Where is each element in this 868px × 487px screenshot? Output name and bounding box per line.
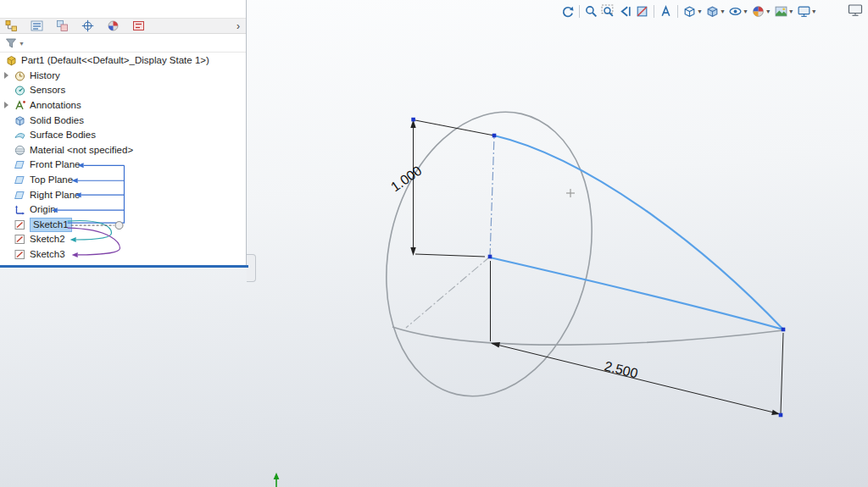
dimxpertmanager-tab[interactable]: [81, 19, 95, 33]
panel-tab-bar: ›: [0, 18, 246, 34]
twisty-spacer: [3, 191, 10, 199]
rotate-view-button[interactable]: [559, 3, 576, 20]
tree-item-sketch1[interactable]: Sketch1: [0, 218, 246, 233]
tree-item-label: History: [30, 69, 60, 82]
dim2-arrow-right: [771, 410, 780, 415]
twisty-spacer: [3, 147, 10, 154]
panel-collapse-handle[interactable]: [247, 254, 256, 282]
twisty-spacer: [3, 251, 10, 258]
dimxpertmanager-tab-icon: [81, 19, 94, 32]
tree-item-history[interactable]: History: [0, 69, 246, 84]
part-icon: [5, 54, 18, 67]
dropdown-caret[interactable]: ▼: [811, 8, 817, 14]
tree-item-solid-bodies[interactable]: Solid Bodies: [0, 113, 246, 128]
edit-appearance-button[interactable]: ▼: [750, 3, 772, 20]
tree-item-origin[interactable]: Origin: [0, 202, 246, 218]
vertical-centerline[interactable]: [490, 136, 494, 257]
propertymanager-tab[interactable]: [30, 19, 44, 33]
dropdown-caret[interactable]: ▼: [720, 8, 726, 14]
zoom-to-fit-button[interactable]: [583, 3, 599, 20]
section-view-icon: [635, 4, 649, 19]
tree-item-top-plane[interactable]: Top Plane: [0, 173, 246, 188]
tab-overflow-arrow[interactable]: ›: [236, 21, 240, 31]
section-view-button[interactable]: [634, 3, 650, 20]
twisty-spacer: [3, 235, 10, 243]
tree-filter-row[interactable]: ▼: [0, 35, 246, 53]
featuremanager-tab[interactable]: [4, 19, 19, 33]
ellipse-edge[interactable]: [359, 91, 619, 417]
previous-view-icon: [618, 4, 632, 19]
tree-item-sensors[interactable]: Sensors: [0, 83, 246, 98]
dropdown-caret[interactable]: ▼: [743, 8, 748, 14]
material-icon: [14, 144, 26, 157]
dim2-arrow-left: [491, 342, 500, 348]
displaymanager-tab-icon: [107, 19, 120, 32]
origin-icon: [14, 203, 26, 216]
tree-item-sketch2[interactable]: Sketch2: [0, 232, 246, 247]
hide-show-items-icon: [728, 4, 743, 19]
dim1-arrow-bottom: [410, 247, 415, 256]
sketch-icon: [14, 233, 26, 246]
view-settings-button[interactable]: ▼: [796, 3, 818, 20]
dimension-1[interactable]: [414, 120, 495, 257]
dropdown-caret[interactable]: ▼: [765, 8, 771, 14]
zoom-to-area-icon: [601, 4, 615, 19]
mid-spline-curve[interactable]: [490, 257, 783, 329]
tree-item-label: Solid Bodies: [30, 114, 84, 127]
plane-icon: [14, 189, 26, 202]
tree-item-label: Right Plane: [30, 189, 80, 202]
heads-up-toolbar: ▼ ▼ ▼ ▼ ▼ ▼: [559, 2, 818, 20]
filter-caret-icon: ▼: [19, 41, 25, 47]
twisty-spacer: [3, 86, 10, 94]
tree-root-part1[interactable]: Part1 (Default<<Default>_Display State 1…: [0, 53, 246, 69]
apply-scene-icon: [774, 4, 788, 19]
configurationmanager-tab[interactable]: [55, 19, 70, 33]
origin-triad: [274, 473, 280, 487]
bottom-edge-curve[interactable]: [392, 327, 783, 345]
diagonal-centerline[interactable]: [406, 257, 490, 328]
expand-arrow-icon[interactable]: [3, 72, 10, 80]
cam-tab-icon: [132, 19, 145, 32]
history-icon: [14, 69, 26, 82]
twisty-spacer: [3, 117, 10, 125]
zoom-to-fit-icon: [584, 4, 598, 19]
edit-appearance-icon: [751, 4, 765, 19]
displaymanager-tab[interactable]: [106, 19, 120, 33]
top-spline-curve[interactable]: [494, 136, 783, 329]
twisty-spacer: [3, 206, 10, 213]
toolbar-separator: [579, 5, 580, 18]
rotate-view-icon: [560, 4, 575, 19]
sketch-points[interactable]: [411, 118, 785, 418]
apply-scene-button[interactable]: ▼: [773, 3, 795, 20]
hide-show-items-button[interactable]: ▼: [727, 3, 749, 20]
tree-item-sketch3[interactable]: Sketch3: [0, 247, 246, 263]
twisty-spacer: [3, 176, 10, 184]
dropdown-caret[interactable]: ▼: [697, 8, 703, 14]
tree-item-label-selected: Sketch1: [30, 218, 72, 232]
screen-display-button[interactable]: [848, 3, 863, 20]
expand-arrow-icon[interactable]: [3, 102, 10, 109]
dim2-text[interactable]: 2.500: [603, 358, 639, 380]
view-orientation-button[interactable]: ▼: [682, 3, 704, 20]
propertymanager-tab-icon: [31, 19, 43, 32]
curve-handle-marker: [566, 189, 575, 197]
panel-splitter[interactable]: [0, 265, 248, 268]
featuremanager-tab-icon: [5, 19, 18, 32]
display-style-button[interactable]: ▼: [704, 3, 726, 20]
configurationmanager-tab-icon: [56, 19, 69, 32]
tree-item-annotations[interactable]: Annotations: [0, 98, 246, 113]
dynamic-annotation-views-button[interactable]: [658, 3, 674, 20]
tree-root-label: Part1 (Default<<Default>_Display State 1…: [21, 54, 209, 67]
zoom-to-area-button[interactable]: [600, 3, 616, 20]
tree-item-front-plane[interactable]: Front Plane: [0, 158, 246, 173]
tree-item-material[interactable]: Material <not specified>: [0, 143, 246, 158]
dimension-2[interactable]: [491, 261, 784, 414]
feature-manager-panel: › ▼ Part1 (Default<<Default>_Display Sta…: [0, 0, 247, 265]
tree-item-right-plane[interactable]: Right Plane: [0, 187, 246, 202]
toolbar-separator: [654, 5, 654, 18]
cam-tab[interactable]: [131, 19, 146, 33]
dropdown-caret[interactable]: ▼: [788, 8, 794, 14]
previous-view-button[interactable]: [617, 3, 633, 20]
tree-item-surface-bodies[interactable]: Surface Bodies: [0, 128, 246, 143]
twisty-spacer: [3, 131, 10, 139]
